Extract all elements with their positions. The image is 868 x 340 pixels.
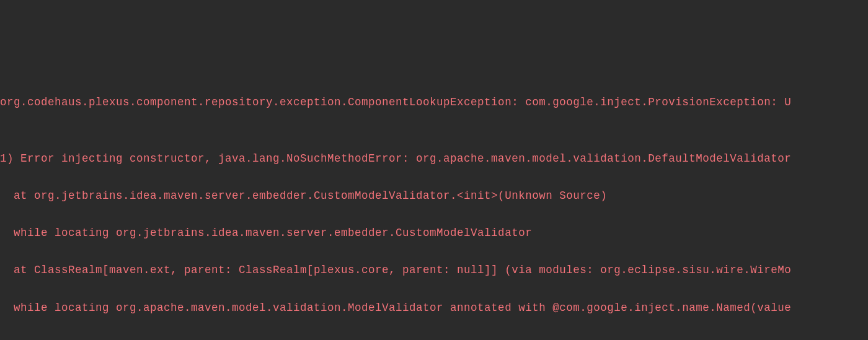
error-line: while locating org.apache.maven.model.va… xyxy=(0,299,868,317)
error-line: at org.jetbrains.idea.maven.server.embed… xyxy=(0,186,868,205)
error-line: 1) Error injecting constructor, java.lan… xyxy=(0,149,868,168)
console-output: org.codehaus.plexus.component.repository… xyxy=(0,74,868,340)
error-line: org.codehaus.plexus.component.repository… xyxy=(0,93,868,111)
error-line: at ClassRealm[maven.ext, parent: ClassRe… xyxy=(0,261,868,279)
error-line: while locating org.jetbrains.idea.maven.… xyxy=(0,224,868,242)
